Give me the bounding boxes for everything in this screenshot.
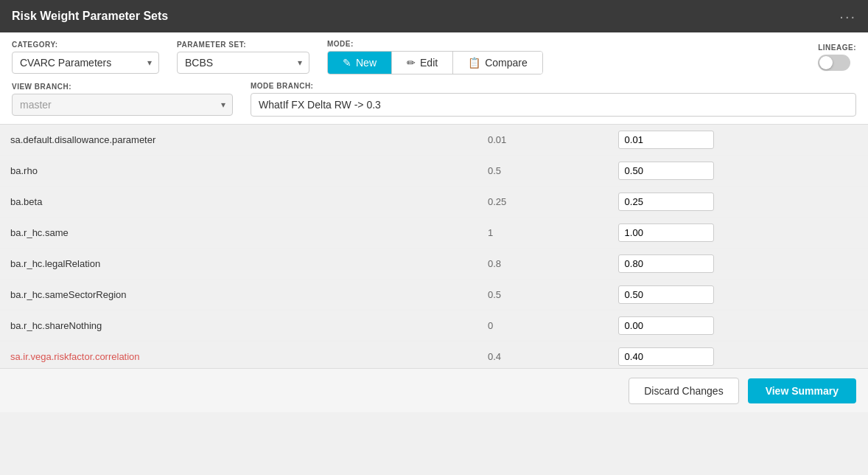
current-value-cell: 0.5: [477, 156, 608, 187]
mode-edit-label: Edit: [420, 57, 438, 69]
title-bar: Risk Weight Parameter Sets ···: [0, 0, 868, 32]
parameter-table: sa.default.disallowance.parameter0.01ba.…: [0, 125, 868, 368]
table-row: ba.beta0.25: [0, 187, 868, 218]
compare-icon: 📋: [468, 57, 480, 69]
mode-branch-group: MODE BRANCH: WhatIf FX Delta RW -> 0.3: [251, 82, 856, 117]
param-name-cell: ba.r_hc.legalRelation: [0, 249, 477, 280]
new-value-cell[interactable]: [608, 187, 868, 218]
param-set-label: PARAMETER SET:: [177, 41, 309, 49]
table-row: ba.r_hc.legalRelation0.8: [0, 249, 868, 280]
current-value-cell: 0.01: [477, 125, 608, 156]
value-input[interactable]: [618, 316, 714, 335]
table-row: sa.default.disallowance.parameter0.01: [0, 125, 868, 156]
table-row: ba.r_hc.sameSectorRegion0.5: [0, 280, 868, 311]
edit-icon: ✏: [407, 57, 416, 69]
new-value-cell[interactable]: [608, 341, 868, 369]
current-value-cell: 0.4: [477, 341, 608, 369]
value-input[interactable]: [618, 193, 714, 211]
new-value-cell[interactable]: [608, 125, 868, 156]
value-input[interactable]: [618, 254, 714, 273]
new-value-cell[interactable]: [608, 156, 868, 187]
mode-branch-label: MODE BRANCH:: [251, 82, 856, 90]
new-value-cell[interactable]: [608, 280, 868, 311]
table-row: ba.rho0.5: [0, 156, 868, 187]
new-value-cell[interactable]: [608, 249, 868, 280]
value-input[interactable]: [618, 162, 714, 180]
mode-compare-label: Compare: [485, 57, 528, 69]
view-branch-select-wrapper: master: [12, 94, 233, 116]
category-select[interactable]: CVARC Parameters SA Parameters FX Parame…: [12, 52, 159, 74]
table-row: ba.r_hc.same1: [0, 218, 868, 249]
value-input[interactable]: [618, 223, 714, 242]
param-set-group: PARAMETER SET: BCBS Alternative Custom: [177, 41, 309, 74]
mode-label: MODE:: [327, 40, 543, 48]
param-name-cell: ba.rho: [0, 156, 477, 187]
value-input[interactable]: [618, 131, 714, 149]
param-name-cell: ba.r_hc.same: [0, 218, 477, 249]
param-name-cell: sa.default.disallowance.parameter: [0, 125, 477, 156]
param-name-cell: sa.ir.vega.riskfactor.correlation: [0, 341, 477, 369]
footer-bar: Discard Changes View Summary: [0, 368, 868, 412]
new-icon: ✎: [343, 57, 351, 69]
mode-edit-button[interactable]: ✏ Edit: [392, 52, 453, 74]
category-label: CATEGORY:: [12, 41, 159, 49]
toggle-knob: [819, 56, 833, 69]
mode-branch-input[interactable]: WhatIf FX Delta RW -> 0.3: [251, 93, 856, 117]
category-select-wrapper: CVARC Parameters SA Parameters FX Parame…: [12, 52, 159, 74]
mode-new-button[interactable]: ✎ New: [328, 52, 392, 74]
mode-buttons-group: ✎ New ✏ Edit 📋 Compare: [327, 51, 543, 74]
param-name-cell: ba.beta: [0, 187, 477, 218]
table-row: ba.r_hc.shareNothing0: [0, 311, 868, 341]
current-value-cell: 0.5: [477, 280, 608, 311]
new-value-cell[interactable]: [608, 218, 868, 249]
lineage-toggle[interactable]: [818, 55, 850, 71]
view-branch-group: VIEW BRANCH: master: [12, 83, 233, 116]
mode-compare-button[interactable]: 📋 Compare: [453, 52, 542, 74]
value-input[interactable]: [618, 285, 714, 304]
view-branch-select[interactable]: master: [12, 94, 233, 116]
current-value-cell: 0: [477, 311, 608, 341]
param-set-select[interactable]: BCBS Alternative Custom: [177, 52, 309, 74]
more-menu-icon[interactable]: ···: [839, 8, 856, 25]
page-title: Risk Weight Parameter Sets: [12, 10, 168, 23]
param-set-select-wrapper: BCBS Alternative Custom: [177, 52, 309, 74]
category-group: CATEGORY: CVARC Parameters SA Parameters…: [12, 41, 159, 74]
mode-group: MODE: ✎ New ✏ Edit 📋 Compare: [327, 40, 543, 74]
param-name-cell: ba.r_hc.shareNothing: [0, 311, 477, 341]
value-input[interactable]: [618, 347, 714, 366]
new-value-cell[interactable]: [608, 311, 868, 341]
param-name-cell: ba.r_hc.sameSectorRegion: [0, 280, 477, 311]
lineage-label: LINEAGE:: [818, 44, 856, 52]
parameter-table-container: sa.default.disallowance.parameter0.01ba.…: [0, 125, 868, 368]
controls-area: CATEGORY: CVARC Parameters SA Parameters…: [0, 32, 868, 125]
view-summary-button[interactable]: View Summary: [748, 378, 856, 403]
lineage-group: LINEAGE:: [818, 44, 856, 71]
discard-changes-button[interactable]: Discard Changes: [629, 378, 738, 404]
current-value-cell: 0.8: [477, 249, 608, 280]
current-value-cell: 1: [477, 218, 608, 249]
table-row: sa.ir.vega.riskfactor.correlation0.4: [0, 341, 868, 369]
view-branch-label: VIEW BRANCH:: [12, 83, 233, 91]
mode-new-label: New: [356, 57, 377, 69]
current-value-cell: 0.25: [477, 187, 608, 218]
